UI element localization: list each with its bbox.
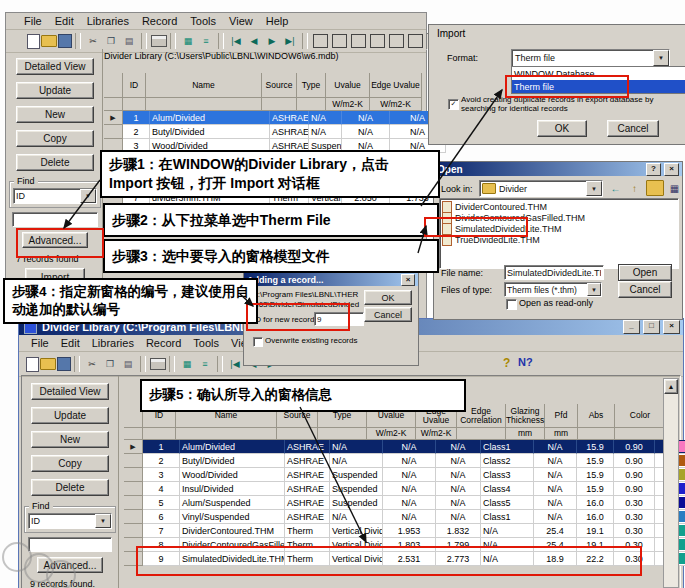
toolbar-separator[interactable] xyxy=(170,33,176,49)
cancel-button[interactable]: Cancel xyxy=(364,307,412,322)
menu-item-libraries[interactable]: Libraries xyxy=(92,337,134,349)
table-row[interactable]: ▶ 1 Alum/Divided ASHRAE N/A N/A N/A Clas… xyxy=(124,440,654,454)
dropdown-arrow-icon[interactable]: ▼ xyxy=(80,189,96,203)
window-tool-icon[interactable] xyxy=(313,34,328,48)
row-selector[interactable] xyxy=(124,482,143,496)
toolbar-separator[interactable] xyxy=(217,356,223,372)
new-file-icon[interactable] xyxy=(26,357,39,372)
close-button[interactable]: × xyxy=(664,163,679,176)
table-row[interactable]: 2 Butyl/Divided ASHRAE N/A N/A N/A Class… xyxy=(124,454,654,468)
menu-item-view[interactable]: View xyxy=(229,15,253,27)
column-header[interactable] xyxy=(104,73,123,98)
find-field-combo[interactable]: ID ▼ xyxy=(28,513,112,529)
scroll-up-icon[interactable]: ▲ xyxy=(664,379,678,394)
readonly-checkbox[interactable] xyxy=(506,299,517,310)
first-record-icon[interactable]: |◀ xyxy=(227,357,244,372)
column-header-abs[interactable]: Abs xyxy=(578,404,615,428)
form-view-icon[interactable]: ≡ xyxy=(197,357,214,372)
column-header-uvalue[interactable]: Uvalue xyxy=(326,73,370,98)
next-record-icon[interactable]: ▶ xyxy=(264,34,281,49)
environment-tool-icon[interactable] xyxy=(389,34,404,48)
table-row[interactable]: 2 Butyl/Divided ASHRAE N/A N/A N/A xyxy=(104,125,415,139)
menu-item-edit[interactable]: Edit xyxy=(55,15,74,27)
sidebar-button-new[interactable]: New xyxy=(31,431,109,448)
table-row[interactable]: 7 DividerContoured.THM Therm Vertical Di… xyxy=(124,524,654,538)
id-for-new-record-input[interactable] xyxy=(314,312,364,326)
table-row[interactable]: 5 Alum/Suspended ASHRAE Suspended N/A N/… xyxy=(124,496,654,510)
prev-record-icon[interactable]: ◀ xyxy=(246,34,263,49)
help-icon[interactable]: ? xyxy=(503,356,510,370)
table-row[interactable]: 4 Insul/Divided ASHRAE Suspended N/A N/A… xyxy=(124,482,654,496)
print-icon[interactable] xyxy=(151,35,167,47)
cancel-button[interactable]: Cancel xyxy=(618,281,672,298)
dropdown-arrow-icon[interactable]: ▼ xyxy=(653,50,669,66)
new-folder-icon[interactable] xyxy=(646,180,664,196)
file-list-item[interactable]: DividerContoured.THM xyxy=(440,201,678,212)
copy-icon[interactable]: ❐ xyxy=(103,34,120,49)
column-header-name[interactable]: Name xyxy=(146,73,262,98)
print-icon[interactable] xyxy=(150,358,166,370)
look-in-combo[interactable]: Divider ▼ xyxy=(479,180,603,197)
dropdown-arrow-icon[interactable]: ▼ xyxy=(95,514,111,528)
row-selector[interactable] xyxy=(124,454,143,468)
save-icon[interactable] xyxy=(58,34,72,48)
context-help-icon[interactable]: N? xyxy=(518,356,533,368)
sidebar-button-copy[interactable]: Copy xyxy=(16,130,94,147)
column-header-glazing-thickness[interactable]: Glazing Thickness xyxy=(506,404,545,428)
form-view-icon[interactable]: ≡ xyxy=(198,34,215,49)
save-icon[interactable] xyxy=(57,357,71,371)
sidebar-button-detailed-view[interactable]: Detailed View xyxy=(16,58,94,75)
dropdown-option-therm-file[interactable]: Therm file xyxy=(512,80,685,93)
find-value-input[interactable] xyxy=(12,212,98,227)
toolbar-separator[interactable] xyxy=(218,33,224,49)
table-view-icon[interactable]: ▦ xyxy=(179,357,196,372)
row-selector[interactable] xyxy=(124,510,143,524)
overwrite-checkbox[interactable] xyxy=(253,337,263,347)
table-row[interactable]: 9 SimulatedDividedLite.THM Therm Vertica… xyxy=(124,552,654,566)
menu-item-tools[interactable]: Tools xyxy=(190,15,216,27)
paste-icon[interactable]: ▤ xyxy=(121,34,138,49)
column-header-source[interactable]: Source xyxy=(262,73,297,98)
frame-tool-icon[interactable] xyxy=(408,34,423,48)
ok-button[interactable]: OK xyxy=(537,120,587,137)
paste-icon[interactable]: ▤ xyxy=(120,357,137,372)
advanced-button[interactable]: Advanced... xyxy=(22,232,88,248)
glazing-tool-icon[interactable] xyxy=(370,34,385,48)
first-record-icon[interactable]: |◀ xyxy=(228,34,245,49)
row-selector[interactable] xyxy=(124,524,143,538)
sidebar-button-copy[interactable]: Copy xyxy=(31,455,109,472)
column-header-type[interactable]: Type xyxy=(297,73,326,98)
cut-icon[interactable]: ✂ xyxy=(84,357,101,372)
open-file-icon[interactable] xyxy=(41,35,57,47)
row-selector[interactable] xyxy=(104,125,123,139)
ok-button[interactable]: OK xyxy=(364,290,412,305)
menu-item-edit[interactable]: Edit xyxy=(61,337,80,349)
table-view-icon[interactable]: ▦ xyxy=(180,34,197,49)
file-name-input[interactable] xyxy=(504,265,604,280)
file-list-item[interactable]: TrueDividedLite.THM xyxy=(440,234,678,245)
toolbar-separator[interactable] xyxy=(140,356,146,372)
menu-item-file[interactable]: File xyxy=(31,337,49,349)
copy-icon[interactable]: ❐ xyxy=(102,357,119,372)
file-list-item[interactable]: SimulatedDividedLite.THM xyxy=(440,223,678,234)
column-header-id[interactable]: ID xyxy=(123,73,146,98)
toolbar-separator[interactable] xyxy=(169,356,175,372)
menu-item-libraries[interactable]: Libraries xyxy=(87,15,129,27)
last-record-icon[interactable]: ▶| xyxy=(282,34,299,49)
menu-item-file[interactable]: File xyxy=(24,15,42,27)
row-selector[interactable]: ▶ xyxy=(104,111,123,125)
sidebar-button-delete[interactable]: Delete xyxy=(31,479,109,496)
minimize-button[interactable]: _ xyxy=(623,320,640,334)
dropdown-arrow-icon[interactable]: ▼ xyxy=(586,181,602,196)
table-row[interactable]: 3 Wood/Divided ASHRAE Suspended N/A N/A … xyxy=(124,468,654,482)
sidebar-button-update[interactable]: Update xyxy=(16,82,94,99)
open-file-icon[interactable] xyxy=(40,358,56,370)
help-button[interactable]: ? xyxy=(646,163,661,176)
close-button[interactable]: × xyxy=(663,320,680,334)
view-menu-icon[interactable]: ▦ xyxy=(667,181,683,195)
file-type-combo[interactable]: Therm files (*.thm) ▼ xyxy=(504,282,602,297)
cut-icon[interactable]: ✂ xyxy=(85,34,102,49)
open-button[interactable]: Open xyxy=(618,264,672,281)
back-icon[interactable]: ← xyxy=(608,181,624,195)
row-selector[interactable] xyxy=(124,468,143,482)
